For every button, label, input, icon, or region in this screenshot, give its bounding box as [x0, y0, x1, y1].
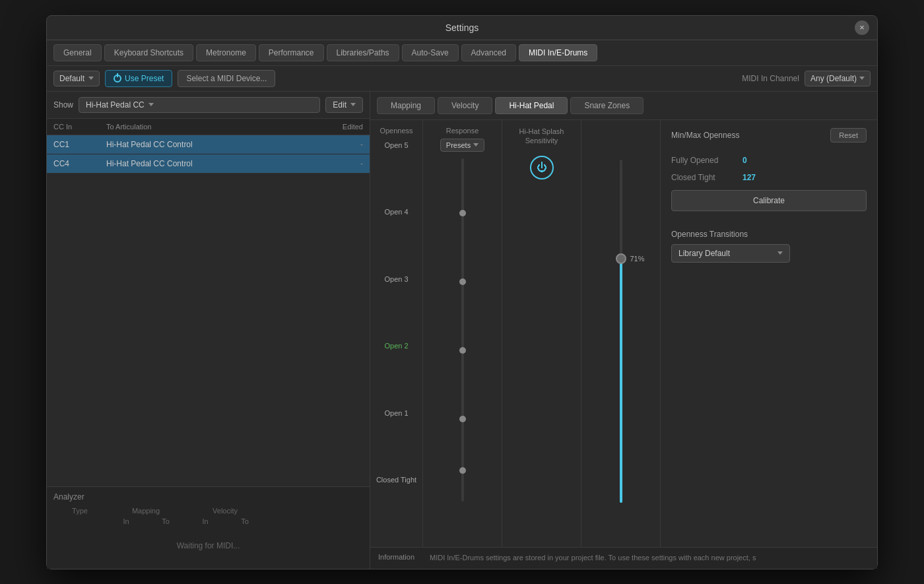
- tab-metronome[interactable]: Metronome: [196, 44, 256, 61]
- info-bar: Information MIDI In/E-Drums settings are…: [370, 547, 877, 568]
- analyzer-title: Analyzer: [53, 492, 363, 502]
- in-label: In: [106, 517, 146, 525]
- transitions-select[interactable]: Library Default: [671, 244, 790, 263]
- left-panel: Show Hi-Hat Pedal CC Edit CC In To Artic…: [47, 92, 370, 569]
- hihat-handle[interactable]: 71%: [616, 253, 626, 264]
- openness-open5: Open 5: [384, 141, 408, 149]
- cc-in-value: CC1: [53, 140, 106, 149]
- transitions-chevron-icon: [777, 251, 783, 255]
- cc-in-header: CC In: [53, 123, 106, 131]
- to-articulation-header: To Articulation: [106, 123, 310, 131]
- type-header: Type: [53, 507, 106, 515]
- fully-opened-value: 0: [742, 156, 747, 165]
- splash-power-button[interactable]: ⏻: [530, 156, 554, 179]
- splash-label: Hi-Hat Splash Sensitivity: [502, 127, 581, 146]
- close-button[interactable]: ×: [855, 20, 869, 35]
- any-default-value: Any (Default): [810, 74, 857, 83]
- response-column: Response Presets: [423, 120, 502, 548]
- content-area: Show Hi-Hat Pedal CC Edit CC In To Artic…: [47, 92, 877, 569]
- tabs-row: General Keyboard Shortcuts Metronome Per…: [47, 40, 877, 66]
- response-handle-2[interactable]: [459, 278, 466, 285]
- any-default-chevron-icon: [859, 77, 865, 80]
- right-panel: Mapping Velocity Hi-Hat Pedal Snare Zone…: [370, 92, 877, 569]
- preset-value: Default: [59, 74, 84, 83]
- mapping-header: Mapping: [106, 507, 185, 515]
- in2-label: In: [185, 517, 225, 525]
- title-bar: Settings ×: [47, 16, 877, 40]
- any-default-select[interactable]: Any (Default): [805, 71, 871, 86]
- closed-tight-label: Closed Tight: [671, 173, 737, 182]
- cc-table-header: CC In To Articulation Edited: [47, 119, 370, 135]
- hihat-pct-label: 71%: [630, 255, 645, 263]
- response-col-header: Response Presets: [440, 127, 484, 152]
- closed-tight-value: 127: [742, 173, 756, 182]
- controls-row: Default Use Preset Select a MIDI Device.…: [47, 66, 877, 92]
- show-row: Show Hi-Hat Pedal CC Edit: [47, 92, 370, 119]
- velocity-header: Velocity: [185, 507, 265, 515]
- tab-mapping[interactable]: Mapping: [377, 97, 435, 114]
- openness-labels: Open 5 Open 4 Open 3 Open 2 Open 1 Close…: [376, 141, 416, 484]
- table-row[interactable]: CC4 Hi-Hat Pedal CC Control -: [47, 154, 370, 174]
- info-label: Information: [378, 553, 424, 561]
- tab-midi[interactable]: MIDI In/E-Drums: [519, 44, 597, 61]
- openness-open4: Open 4: [384, 208, 408, 216]
- response-slider-track: [461, 158, 464, 502]
- tab-libraries[interactable]: Libraries/Paths: [327, 44, 399, 61]
- tab-performance[interactable]: Performance: [259, 44, 324, 61]
- transitions-title: Openness Transitions: [671, 230, 867, 239]
- tab-keyboard-shortcuts[interactable]: Keyboard Shortcuts: [104, 44, 193, 61]
- waiting-midi-text: Waiting for MIDI...: [53, 528, 363, 564]
- show-label: Show: [53, 100, 73, 110]
- pedal-content: Openness Open 5 Open 4 Open 3 Open 2 Ope…: [370, 120, 877, 548]
- info-text: MIDI In/E-Drums settings are stored in y…: [430, 553, 756, 563]
- to-label: To: [146, 517, 185, 525]
- transitions-selected-label: Library Default: [678, 249, 730, 258]
- response-label: Response: [446, 127, 479, 135]
- tab-velocity[interactable]: Velocity: [438, 97, 492, 114]
- analyzer-sub: In To In To: [53, 517, 363, 525]
- response-handle-3[interactable]: [459, 347, 466, 354]
- tab-general[interactable]: General: [53, 44, 102, 61]
- presets-chevron-icon: [473, 143, 478, 146]
- power-icon: [114, 75, 121, 82]
- analyzer-header: Type Mapping Velocity: [53, 507, 363, 515]
- show-select[interactable]: Hi-Hat Pedal CC: [79, 97, 320, 113]
- hihat-pedal-column: 71%: [581, 120, 661, 548]
- response-handle-5[interactable]: [459, 467, 466, 474]
- closed-tight-row: Closed Tight 127: [671, 173, 867, 182]
- openness-open2: Open 2: [384, 342, 408, 350]
- articulation-value: Hi-Hat Pedal CC Control: [106, 159, 310, 168]
- edit-label: Edit: [333, 100, 346, 110]
- table-row[interactable]: CC1 Hi-Hat Pedal CC Control -: [47, 135, 370, 154]
- midi-channel-label: MIDI In Channel: [742, 74, 799, 83]
- tab-snare-zones[interactable]: Snare Zones: [570, 97, 644, 114]
- preset-select[interactable]: Default: [53, 71, 100, 86]
- edit-select[interactable]: Edit: [325, 97, 363, 113]
- response-handle-4[interactable]: [459, 416, 466, 422]
- show-value: Hi-Hat Pedal CC: [86, 100, 145, 110]
- select-midi-button[interactable]: Select a MIDI Device...: [178, 70, 275, 87]
- reset-button[interactable]: Reset: [830, 128, 867, 143]
- edit-chevron-icon: [350, 103, 356, 106]
- min-max-header: Min/Max Openness Reset: [671, 128, 867, 143]
- hihat-slider-track: 71%: [620, 160, 622, 503]
- fully-opened-row: Fully Opened 0: [671, 156, 867, 165]
- min-max-title: Min/Max Openness: [671, 131, 739, 140]
- tab-hihat-pedal[interactable]: Hi-Hat Pedal: [495, 97, 568, 114]
- edited-value: -: [310, 159, 363, 168]
- tab-advanced[interactable]: Advanced: [461, 44, 516, 61]
- edited-value: -: [310, 140, 363, 149]
- presets-button[interactable]: Presets: [440, 139, 484, 152]
- analyzer-section: Analyzer Type Mapping Velocity In To In …: [47, 486, 370, 569]
- use-preset-label: Use Preset: [125, 74, 164, 83]
- response-handle-1[interactable]: [459, 210, 466, 216]
- openness-closed: Closed Tight: [376, 476, 416, 484]
- openness-open1: Open 1: [384, 409, 408, 417]
- splash-column: Hi-Hat Splash Sensitivity ⏻: [502, 120, 581, 548]
- use-preset-button[interactable]: Use Preset: [105, 70, 172, 87]
- calibrate-button[interactable]: Calibrate: [671, 190, 867, 211]
- type-sub: [53, 517, 106, 525]
- show-chevron-icon: [148, 103, 154, 106]
- tab-autosave[interactable]: Auto-Save: [402, 44, 459, 61]
- to2-label: To: [225, 517, 265, 525]
